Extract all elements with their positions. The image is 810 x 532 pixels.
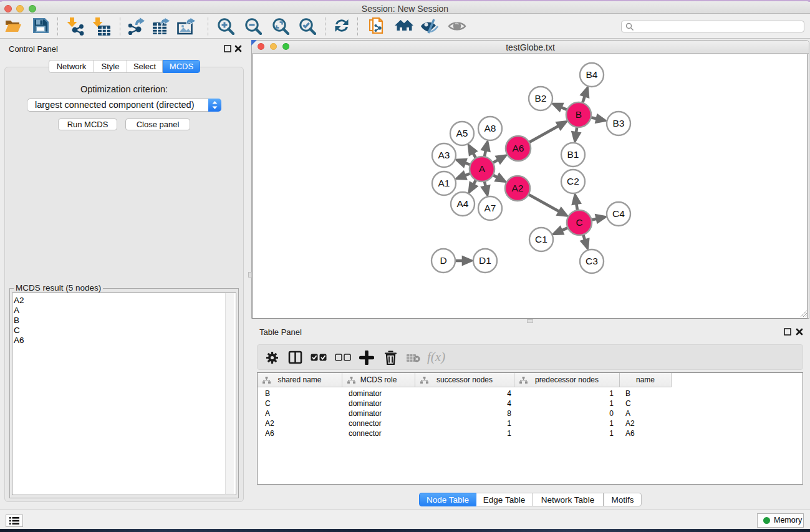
svg-text:C: C [576, 217, 582, 228]
svg-text:A4: A4 [457, 198, 469, 209]
svg-text:C4: C4 [612, 208, 625, 219]
svg-text:B3: B3 [613, 118, 625, 128]
svg-text:B4: B4 [586, 69, 598, 80]
svg-text:C3: C3 [586, 256, 598, 266]
svg-text:A: A [479, 163, 486, 174]
svg-text:C2: C2 [567, 176, 579, 186]
svg-text:C1: C1 [535, 234, 547, 244]
svg-text:D1: D1 [479, 255, 491, 266]
svg-text:A8: A8 [485, 123, 496, 133]
svg-text:D: D [440, 255, 446, 266]
svg-text:A2: A2 [512, 183, 524, 193]
svg-text:B: B [576, 109, 582, 120]
svg-text:A1: A1 [438, 178, 450, 188]
svg-text:A6: A6 [513, 143, 524, 153]
svg-text:A7: A7 [485, 203, 496, 213]
svg-text:B2: B2 [535, 93, 547, 104]
svg-text:A3: A3 [438, 150, 450, 160]
svg-text:A5: A5 [456, 128, 468, 138]
svg-text:B1: B1 [567, 149, 579, 160]
